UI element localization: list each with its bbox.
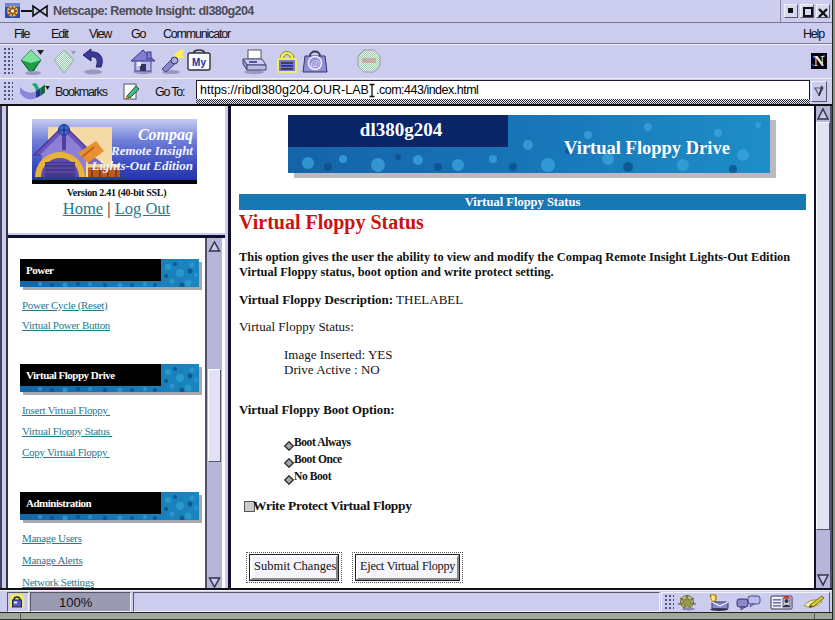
- svg-text:N: N: [814, 54, 824, 69]
- svg-text:Remote Insight: Remote Insight: [110, 143, 193, 158]
- svg-text:@: @: [310, 58, 319, 69]
- svg-text:My: My: [192, 57, 206, 68]
- svg-text:Virtual Floppy Drive: Virtual Floppy Drive: [564, 138, 730, 158]
- svg-text:Compaq: Compaq: [138, 126, 193, 144]
- svg-text:dl380g204: dl380g204: [360, 119, 443, 140]
- svg-text:Lights-Out Edition: Lights-Out Edition: [91, 158, 194, 173]
